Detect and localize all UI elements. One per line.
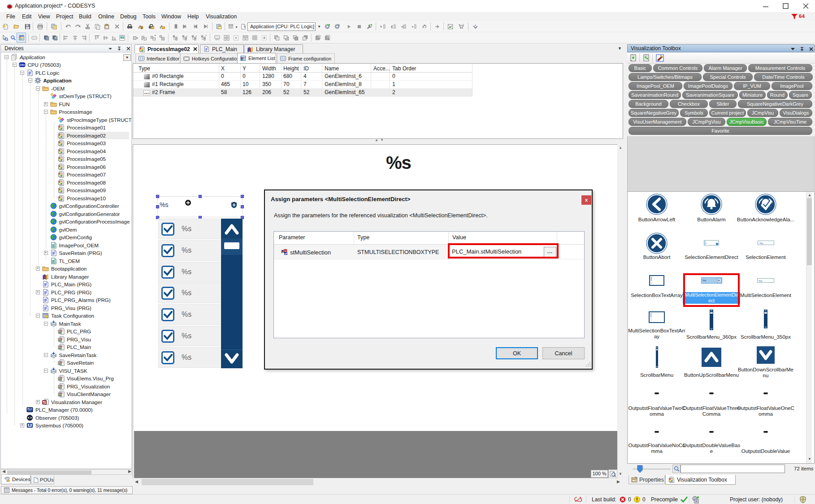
svg-text:%s: %s <box>759 242 763 245</box>
svg-text:<•>: <•> <box>144 91 149 95</box>
svg-text:%s: %s <box>759 280 762 282</box>
svg-text:B: B <box>141 26 143 29</box>
